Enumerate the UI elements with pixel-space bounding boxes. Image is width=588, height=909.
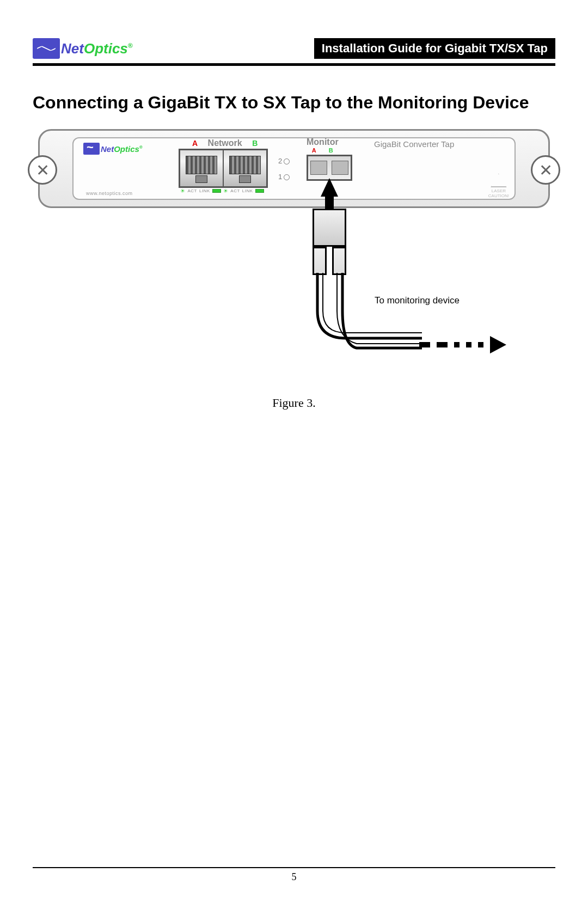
arrow-stem — [325, 193, 334, 210]
led-act-a: ACT — [188, 188, 198, 193]
panel-logo-optics: Optics — [114, 144, 139, 154]
led-act-b: ACT — [230, 188, 240, 193]
doc-title: Installation Guide for Gigabit TX/SX Tap — [314, 38, 555, 59]
footer-rule — [33, 867, 555, 868]
header-rule — [33, 63, 555, 66]
warning-triangle-icon — [491, 173, 507, 187]
panel-logo: NetOptics® — [83, 143, 143, 155]
power-2-label: 2 — [278, 157, 282, 165]
led-link-a: LINK — [199, 188, 210, 193]
dashed-arrow-right — [419, 336, 506, 353]
figure-caption: Figure 3. — [33, 396, 555, 410]
logo-net: Net — [61, 40, 84, 57]
page-header: NetOptics® Installation Guide for Gigabi… — [33, 38, 555, 59]
led-icon: ☀ — [223, 188, 229, 194]
cable-destination-label: To monitoring device — [375, 295, 460, 306]
network-b-label: B — [252, 139, 258, 148]
mount-screw-right: ✕ — [531, 155, 560, 185]
led-link-b: LINK — [242, 188, 253, 193]
connector-leg-b — [332, 247, 346, 275]
monitor-title: Monitor — [307, 137, 339, 147]
led-indicator-icon — [212, 189, 221, 193]
tilde-icon — [33, 38, 60, 59]
panel-logo-net: Net — [101, 144, 114, 154]
network-ports — [179, 149, 268, 188]
dash-segment — [466, 342, 471, 347]
dash-segment — [419, 342, 430, 347]
monitor-label-block: Monitor A B — [307, 137, 339, 154]
monitor-b-label: B — [329, 147, 333, 154]
rj45-port-a — [180, 150, 223, 187]
dash-segment — [437, 342, 448, 347]
fiber-connector-legs — [313, 247, 346, 275]
logo-optics: Optics — [84, 40, 128, 57]
fiber-connector — [313, 209, 346, 247]
section-heading: Connecting a GigaBit TX to SX Tap to the… — [33, 92, 555, 113]
mount-screw-left: ✕ — [28, 155, 57, 185]
led-circle-icon — [284, 174, 290, 180]
monitor-fiber-port — [307, 155, 352, 181]
product-label: GigaBit Converter Tap — [374, 139, 454, 149]
page-footer: 5 — [33, 867, 555, 883]
figure-illustration: ✕ ✕ NetOptics® www.netoptics.com A Netwo… — [38, 129, 550, 358]
page-number: 5 — [33, 871, 555, 883]
laser-text-2: CAUTION! — [488, 193, 509, 198]
panel-url: www.netoptics.com — [86, 191, 133, 196]
network-a-label: A — [192, 139, 198, 148]
led-icon: ☀ — [180, 188, 186, 194]
power-leds: 2 1 — [278, 157, 290, 188]
connector-leg-a — [313, 247, 327, 275]
panel-logo-reg: ® — [139, 145, 143, 150]
laser-warning: LASER CAUTION! — [488, 173, 509, 198]
network-label: Network — [208, 138, 242, 148]
network-label-row: A Network B — [192, 138, 258, 148]
logo-reg: ® — [128, 42, 133, 50]
power-1-label: 1 — [278, 173, 282, 181]
device-chassis: ✕ ✕ NetOptics® www.netoptics.com A Netwo… — [38, 129, 550, 208]
led-row: ☀ ACT LINK ☀ ACT LINK — [180, 188, 264, 194]
led-circle-icon — [284, 158, 290, 164]
led-indicator-icon — [255, 189, 264, 193]
dash-segment — [478, 342, 483, 347]
tilde-icon — [83, 143, 100, 155]
brand-logo: NetOptics® — [33, 38, 133, 59]
laser-text-1: LASER — [488, 188, 509, 193]
rj45-port-b — [223, 150, 267, 187]
dash-segment — [454, 342, 460, 347]
arrow-right-icon — [490, 336, 506, 353]
monitor-a-label: A — [312, 147, 316, 154]
